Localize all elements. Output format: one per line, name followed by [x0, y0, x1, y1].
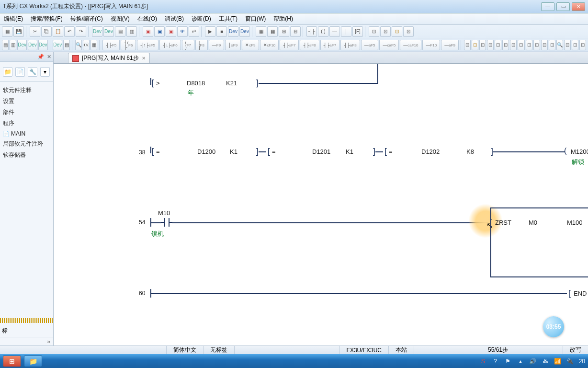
tb-func-icon[interactable]: [F] — [352, 26, 363, 37]
menu-window[interactable]: 窗口(W) — [243, 14, 268, 24]
tb2-q-icon[interactable]: ⊡ — [564, 40, 571, 50]
tb2-sf6-icon[interactable]: ┤↓├sF6 — [159, 40, 181, 50]
tray-power-icon[interactable]: 🔌 — [566, 357, 574, 365]
tb-line-icon[interactable]: — — [329, 26, 340, 37]
tb-b-icon[interactable]: ▦ — [267, 26, 278, 37]
tb-a-icon[interactable]: ▦ — [256, 26, 266, 37]
tb2-h-icon[interactable]: ⊡ — [487, 40, 494, 50]
panel-splitter[interactable] — [0, 318, 53, 323]
panel-icon-3[interactable]: 🔧 — [28, 67, 37, 77]
tb-d-icon[interactable]: ⊟ — [290, 26, 301, 37]
tray-flag-icon[interactable]: ⚑ — [504, 357, 512, 365]
tb2-dev3-icon[interactable]: Dev — [38, 40, 48, 50]
tree-item[interactable]: 软元件注释 — [2, 85, 51, 96]
tb2-d-icon[interactable]: ▦ — [90, 40, 97, 50]
tb2-sf9-icon[interactable]: │sF9 — [225, 40, 241, 50]
tb2-c-icon[interactable]: ▤ — [63, 40, 70, 50]
menu-online[interactable]: 在线(O) — [136, 14, 159, 24]
tb2-find-icon[interactable]: 🔍 — [75, 40, 82, 50]
tree-item-main[interactable]: MAIN — [2, 129, 51, 138]
minimize-button[interactable]: — — [541, 2, 554, 11]
tab-close-icon[interactable]: ✕ — [142, 56, 146, 61]
tb2-e-icon[interactable]: ⊡ — [464, 40, 471, 50]
menu-diag[interactable]: 诊断(D) — [190, 14, 213, 24]
menu-edit[interactable]: 编辑(E) — [2, 14, 25, 24]
tb2-g-icon[interactable]: ⊡ — [479, 40, 486, 50]
tree-item[interactable]: 程序 — [2, 118, 51, 129]
tb2-l-icon[interactable]: ⊡ — [518, 40, 524, 50]
tb2-i-icon[interactable]: ⊡ — [495, 40, 501, 50]
tb2-caf10-icon[interactable]: —caF10 — [400, 40, 421, 50]
panel-close-icon[interactable]: ✕ — [47, 54, 51, 60]
panel-pin-icon[interactable]: 📌 — [37, 54, 44, 60]
tb-cut-icon[interactable]: ✂ — [30, 26, 40, 37]
tb-copy-icon[interactable]: ⿻ — [41, 26, 52, 37]
tb-monitor-icon[interactable]: 👁 — [177, 26, 188, 37]
tb-online-icon[interactable]: ⇄ — [189, 26, 199, 37]
tray-volume-icon[interactable]: 🔊 — [529, 357, 537, 365]
tb2-r-icon[interactable]: ⊡ — [572, 40, 578, 50]
tb-f-icon[interactable]: ⊡ — [380, 26, 391, 37]
tb2-dev2-icon[interactable]: Dev — [28, 40, 37, 50]
tb2-f5-icon[interactable]: ┤├F5 — [102, 40, 120, 50]
tb2-af5-icon[interactable]: —aF5 — [361, 40, 379, 50]
tb-coil-icon[interactable]: ( ) — [318, 26, 328, 37]
editor-tab[interactable]: [PRG]写入 MAIN 61步 ✕ — [68, 53, 150, 63]
tb2-f-icon[interactable]: ⊡ — [472, 40, 478, 50]
tb2-sf5-icon[interactable]: ┤↑├sF5 — [137, 40, 158, 50]
tb-e-icon[interactable]: ⊡ — [369, 26, 379, 37]
menu-find[interactable]: 搜索/替换(F) — [29, 14, 65, 24]
tb2-f10-icon[interactable]: —F10 — [422, 40, 440, 50]
tree-item[interactable]: 软存储器 — [2, 150, 51, 161]
tb-dev1-icon[interactable]: Dev — [92, 26, 102, 37]
tb2-o-icon[interactable]: ⊡ — [541, 40, 548, 50]
tb2-k-icon[interactable]: ⊡ — [510, 40, 517, 50]
tb2-cf10-icon[interactable]: ✕cF10 — [260, 40, 279, 50]
tray-up-icon[interactable]: ▴ — [517, 357, 524, 365]
taskbar-app-1[interactable]: ⊞ — [3, 356, 21, 367]
tb2-b-icon[interactable]: ▥ — [10, 40, 16, 50]
tb-redo-icon[interactable]: ↷ — [76, 26, 86, 37]
panel-icon-1[interactable]: 📁 — [3, 67, 12, 77]
tb-build-icon[interactable]: ▤ — [115, 26, 125, 37]
tb-stop-icon[interactable]: ■ — [216, 26, 227, 37]
no-contact[interactable] — [161, 218, 172, 227]
tb-dev4-icon[interactable]: Dev — [239, 26, 250, 37]
tb-dev2-icon[interactable]: Dev — [103, 26, 114, 37]
tb-sim-icon[interactable]: ▶ — [205, 26, 215, 37]
tb2-sf7-icon[interactable]: ┤├sF7 — [280, 40, 299, 50]
tb-contact-icon[interactable]: ┤├ — [306, 26, 317, 37]
tb2-s-icon[interactable]: ⊡ — [579, 40, 586, 50]
tray-net-icon[interactable]: 🖧 — [542, 357, 549, 365]
tb-save-icon[interactable]: 💾 — [13, 26, 24, 37]
tb2-m-icon[interactable]: ⊡ — [526, 40, 532, 50]
close-button[interactable]: ✕ — [572, 2, 585, 11]
tb2-dev1-icon[interactable]: Dev — [17, 40, 27, 50]
panel-icon-2[interactable]: 📄 — [15, 67, 25, 77]
menu-view[interactable]: 视图(V) — [109, 14, 132, 24]
tb2-f7-icon[interactable]: ( )F7 — [182, 40, 194, 50]
tb2-sf8-icon[interactable]: ┤├sF8 — [300, 40, 319, 50]
tb2-a-icon[interactable]: ▤ — [2, 40, 9, 50]
tb2-f9-icon[interactable]: —F9 — [209, 40, 224, 50]
tb-vert-icon[interactable]: │ — [341, 26, 351, 37]
tray-signal-icon[interactable]: 📶 — [554, 357, 562, 365]
tree-item[interactable]: 局部软元件注释 — [2, 138, 51, 150]
tb2-f6-icon[interactable]: ┤/├F6 — [121, 40, 136, 50]
tree-item[interactable]: 设置 — [2, 96, 51, 107]
tb2-af9-icon[interactable]: —aF9 — [441, 40, 459, 50]
tb-rebuild-icon[interactable]: ▥ — [126, 26, 137, 37]
menu-convert[interactable]: 转换/编译(C) — [68, 14, 105, 24]
menu-help[interactable]: 帮助(H) — [271, 14, 295, 24]
tb2-dev4-icon[interactable]: Dev — [53, 40, 62, 50]
tb-c-icon[interactable]: ⊞ — [279, 26, 289, 37]
tb-undo-icon[interactable]: ↶ — [64, 26, 75, 37]
tb2-binoc-icon[interactable]: 👀 — [83, 40, 90, 50]
tb2-f8-icon[interactable]: [ ]F8 — [195, 40, 208, 50]
tb-new-icon[interactable]: ▦ — [2, 26, 12, 37]
panel-icon-4[interactable]: ▾ — [40, 67, 50, 77]
tb-h-icon[interactable]: ⊡ — [403, 26, 414, 37]
tb2-j-icon[interactable]: ⊡ — [502, 40, 509, 50]
tb-read-icon[interactable]: ▣ — [154, 26, 165, 37]
tb-paste-icon[interactable]: 📋 — [53, 26, 63, 37]
